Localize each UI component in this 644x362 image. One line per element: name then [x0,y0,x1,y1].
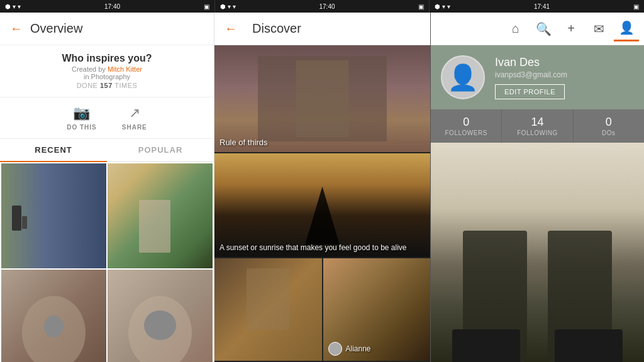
bluetooth-icon: ⬢ [5,3,11,10]
discover-title: Discover [252,21,301,36]
followers-count: 0 [463,116,469,129]
avatar-placeholder-icon: 👤 [447,63,479,92]
signal-icon-2: ▾ [228,3,231,10]
list-item[interactable] [108,270,213,362]
discover-photo-1[interactable]: Rule of thirds [214,45,430,152]
profile-name: Ivan Des [495,56,634,69]
status-bar-2: ⬢ ▾ ▾ 17:40 ▣ [214,0,429,13]
profile-button[interactable]: 👤 [614,16,639,41]
status-icons-right-left: ⬢ ▾ ▾ [435,3,450,10]
notification-icon: ✉ [594,21,604,36]
wifi-icon: ▾ [18,3,21,10]
wifi-icon-3: ▾ [447,3,450,10]
profile-section: 👤 Ivan Des ivanpsd3@gmail.com EDIT PROFI… [431,45,644,109]
overview-header: ← Overview [0,13,214,45]
challenge-title: Who inspires you? [10,53,204,64]
add-button[interactable]: + [558,16,584,41]
discover-grid: Rule of thirds A sunset or sunrise that … [214,45,430,362]
home-button[interactable]: ⌂ [503,16,528,41]
author-link[interactable]: Mitch Kitter [108,65,142,73]
photo-user-alianne: Alianne [328,342,371,356]
do-this-label: DO THIS [67,124,97,131]
time-mid: 17:40 [319,3,335,10]
discover-back-icon[interactable]: ← [225,21,237,36]
share-label: SHARE [122,124,147,131]
do-this-button[interactable]: 📷 DO THIS [67,105,97,131]
photo-label-2: A sunset or sunrise that makes you feel … [219,243,407,252]
challenge-done: DONE 157 TIMES [10,82,204,89]
profile-photo [431,143,644,362]
edit-profile-button[interactable]: EDIT PROFILE [495,84,565,99]
wifi-icon-2: ▾ [233,3,236,10]
created-by-label: Created by [72,65,106,73]
tab-recent[interactable]: RECENT [0,139,107,162]
profile-stats: 0 FOLLOWERS 14 FOLLOWING 0 DOs [431,109,644,143]
status-bar-1: ⬢ ▾ ▾ 17:40 ▣ [0,0,214,13]
main-container: ← Overview Who inspires you? Created by … [0,13,644,362]
discover-header: ← Discover [214,13,430,45]
user-avatar-alianne [328,342,342,356]
status-icons-left: ⬢ ▾ ▾ [5,3,21,10]
list-item[interactable] [1,270,106,362]
overview-panel: ← Overview Who inspires you? Created by … [0,13,214,362]
back-arrow-icon[interactable]: ← [10,21,23,36]
home-icon: ⌂ [512,21,519,36]
plus-icon: + [567,21,575,36]
challenge-meta: Created by Mitch Kitter in Photography [10,65,204,80]
challenge-actions: 📷 DO THIS ↗ SHARE [0,97,214,139]
done-unit: TIMES [114,82,137,89]
battery-icon-3: ▣ [633,3,639,10]
discover-photo-2[interactable]: A sunset or sunrise that makes you feel … [214,153,430,257]
overview-tabs: RECENT POPULAR [0,139,214,162]
share-icon: ↗ [129,105,140,121]
tab-popular[interactable]: POPULAR [107,139,214,161]
profile-header: ⌂ 🔍 + ✉ 👤 [431,13,644,45]
list-item[interactable] [108,163,213,268]
status-bars-row: ⬢ ▾ ▾ 17:40 ▣ ⬢ ▾ ▾ 17:40 ▣ ⬢ ▾ ▾ 17:41 … [0,0,644,13]
avatar: 👤 [441,55,485,99]
done-label: DONE [77,82,98,89]
discover-photo-4[interactable]: Alianne [323,258,431,361]
list-item[interactable] [1,163,106,268]
status-icons-mid-right: ▣ [418,3,424,10]
battery-icon-2: ▣ [418,3,424,10]
signal-icon: ▾ [13,3,16,10]
following-count: 14 [531,116,543,129]
overview-title: Overview [30,21,82,36]
dos-label: DOs [602,129,616,136]
notifications-button[interactable]: ✉ [586,16,611,41]
followers-stat: 0 FOLLOWERS [431,109,502,143]
discover-panel: ← Discover Rule of thirds A sunset or su… [214,13,431,362]
bluetooth-icon-3: ⬢ [435,3,440,10]
dos-stat: 0 DOs [574,109,644,143]
person-icon: 👤 [619,20,635,35]
search-icon: 🔍 [536,21,552,36]
photo-label-1: Rule of thirds [219,138,268,147]
challenge-info: Who inspires you? Created by Mitch Kitte… [0,45,214,97]
signal-icon-3: ▾ [442,3,445,10]
following-label: FOLLOWING [517,129,558,136]
share-button[interactable]: ↗ SHARE [122,105,147,131]
profile-email: ivanpsd3@gmail.com [495,70,634,79]
status-icons-right-1: ▣ [204,3,209,10]
battery-icon: ▣ [204,3,209,10]
dos-count: 0 [606,116,612,129]
discover-photo-3[interactable] [214,258,322,361]
time-right: 17:41 [534,3,550,10]
followers-label: FOLLOWERS [445,129,487,136]
status-icons-mid-left: ⬢ ▾ ▾ [220,3,236,10]
status-icons-right-right: ▣ [633,3,639,10]
profile-photo-image [431,143,644,362]
camera-icon: 📷 [73,105,90,121]
search-button[interactable]: 🔍 [531,16,556,41]
profile-info: Ivan Des ivanpsd3@gmail.com EDIT PROFILE [495,56,634,99]
bluetooth-icon-2: ⬢ [220,3,226,10]
done-count: 157 [100,82,113,89]
discover-bottom-row: Alianne [214,258,430,362]
following-stat: 14 FOLLOWING [502,109,573,143]
status-bar-3: ⬢ ▾ ▾ 17:41 ▣ [429,0,644,13]
time-left: 17:40 [104,3,120,10]
category-label: in Photography [84,73,130,80]
photo-grid [0,162,214,362]
profile-panel: ⌂ 🔍 + ✉ 👤 👤 Ivan Des ivanpsd3@gmail.com [431,13,644,362]
